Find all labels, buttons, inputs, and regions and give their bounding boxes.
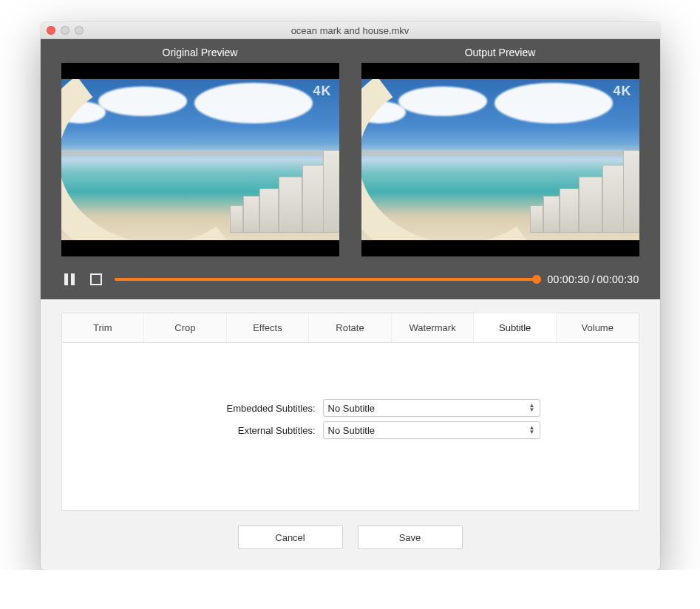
embedded-subtitles-label: Embedded Subtitles: (160, 403, 316, 414)
subtitle-panel: Embedded Subtitles: No Subtitle ▲▼ Exter… (61, 343, 639, 511)
close-window-button[interactable] (47, 26, 55, 35)
pause-icon (64, 273, 75, 285)
window-title: ocean mark and house.mkv (47, 25, 654, 36)
quality-badge-icon: 4K (613, 84, 631, 99)
stop-icon (90, 273, 102, 285)
tab-crop[interactable]: Crop (144, 313, 227, 342)
stepper-icon: ▲▼ (529, 426, 535, 435)
tab-volume[interactable]: Volume (557, 313, 639, 342)
total-time: 00:00:30 (597, 273, 639, 285)
timeline-scrubber[interactable] (115, 278, 537, 281)
output-preview: 4K (361, 63, 639, 256)
titlebar: ocean mark and house.mkv (41, 22, 660, 39)
traffic-lights (47, 26, 84, 35)
minimize-window-button[interactable] (61, 26, 69, 35)
current-time: 00:00:30 (547, 273, 589, 285)
editor-window: ocean mark and house.mkv Original Previe… (41, 22, 660, 570)
cancel-button[interactable]: Cancel (238, 525, 343, 549)
tab-subtitle[interactable]: Subtitle (474, 313, 557, 342)
embedded-subtitles-value: No Subtitle (328, 403, 376, 414)
external-subtitles-select[interactable]: No Subtitle ▲▼ (323, 421, 540, 439)
pause-button[interactable] (61, 271, 78, 288)
original-preview: 4K (61, 63, 339, 256)
zoom-window-button[interactable] (75, 26, 84, 35)
bottom-panel: Trim Crop Effects Rotate Watermark Subti… (41, 299, 660, 570)
tab-rotate[interactable]: Rotate (309, 313, 392, 342)
tab-trim[interactable]: Trim (62, 313, 145, 342)
transport-bar: 00:00:30/00:00:30 (61, 271, 639, 288)
tab-effects[interactable]: Effects (227, 313, 310, 342)
output-preview-image: 4K (361, 79, 639, 240)
stepper-icon: ▲▼ (529, 404, 535, 412)
external-subtitles-label: External Subtitles: (160, 425, 316, 436)
quality-badge-icon: 4K (313, 84, 331, 99)
action-row: Cancel Save (61, 525, 639, 549)
output-preview-label: Output Preview (361, 47, 639, 58)
stop-button[interactable] (88, 271, 104, 288)
preview-area: Original Preview Output Preview (41, 39, 660, 299)
original-preview-image: 4K (61, 79, 339, 240)
save-button[interactable]: Save (358, 525, 463, 549)
tabs: Trim Crop Effects Rotate Watermark Subti… (61, 313, 639, 343)
external-subtitles-value: No Subtitle (328, 425, 376, 436)
embedded-subtitles-select[interactable]: No Subtitle ▲▼ (323, 399, 540, 417)
tab-watermark[interactable]: Watermark (392, 313, 475, 342)
original-preview-label: Original Preview (61, 47, 339, 58)
timeline-knob[interactable] (532, 275, 541, 284)
timecode: 00:00:30/00:00:30 (547, 273, 639, 285)
timeline-progress (115, 278, 537, 281)
